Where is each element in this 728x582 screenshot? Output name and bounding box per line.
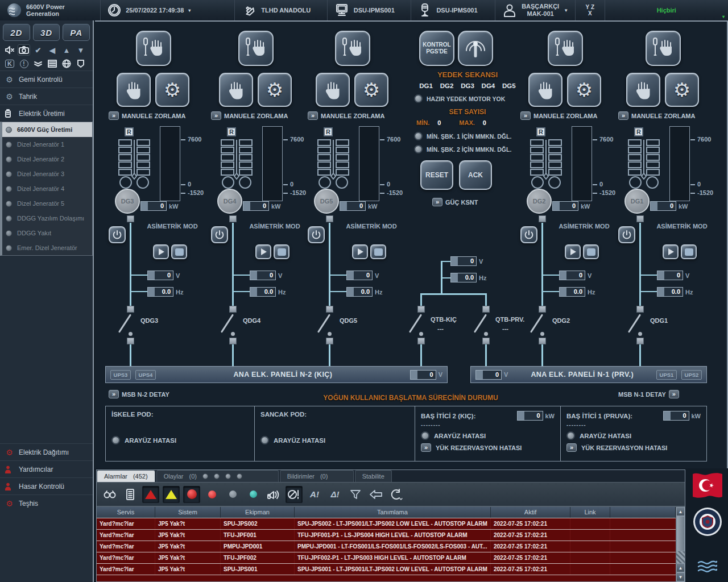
view-3d-button[interactable]: 3D <box>33 24 60 41</box>
tie2-open-breaker-icon[interactable] <box>474 314 487 333</box>
manual-override-link[interactable]: » MANUELE ZORLAMA <box>109 111 185 120</box>
power-button[interactable] <box>308 226 325 243</box>
sidebar-item-elektrik-dagitimi[interactable]: ⚙ Elektrik Dağıtımı <box>0 443 93 460</box>
auto-mode-button[interactable]: ⚙ <box>567 73 601 107</box>
view-2d-button[interactable]: 2D <box>3 24 30 41</box>
user-caret-icon[interactable]: ▼ <box>564 8 568 13</box>
alarm-row[interactable]: Yard?mc?larJP5 Yak?t PMPU-JPD001PMPU-JPD… <box>97 541 676 552</box>
sidebar-item-elektrik-uretimi[interactable]: Elektrik Üretimi <box>0 105 93 122</box>
warning-alarm-filter-icon[interactable] <box>163 486 180 503</box>
alarm-row[interactable]: Yard?mc?larJP5 Yak?t TFU-JPF002TFU-JPF00… <box>97 552 676 563</box>
auto-mode-button[interactable]: ⚙ <box>354 73 388 107</box>
power-button[interactable] <box>109 226 126 243</box>
k-badge-icon[interactable]: K <box>3 58 16 69</box>
tie1-open-breaker-icon[interactable] <box>409 314 422 333</box>
manual-mode-button[interactable] <box>316 73 350 107</box>
generator-status-circle[interactable]: DG5 <box>314 189 339 214</box>
manual-override-link[interactable]: » MANUELE ZORLAMA <box>618 111 695 120</box>
info-icon[interactable]: ! <box>18 58 30 69</box>
manual-maintenance-button[interactable] <box>136 31 171 66</box>
manual-maintenance-button[interactable] <box>335 31 370 66</box>
remote-badge[interactable]: R <box>634 127 643 136</box>
generator-status-circle[interactable]: DG2 <box>527 189 552 214</box>
tab-stabilite[interactable]: Stabilite <box>355 470 392 482</box>
view-pa-button[interactable]: PA <box>63 24 90 41</box>
alarm-row[interactable]: Yard?mc?larJP5 Yak?t SPU-JPS002SPU-JPS00… <box>97 518 676 529</box>
datetime-segment[interactable]: 25/07/2022 17:49:38 ▾ <box>101 0 235 20</box>
open-breaker-icon[interactable] <box>628 314 641 333</box>
mode-stop-button[interactable] <box>171 244 187 259</box>
ups2-button[interactable]: UPS2 <box>681 370 702 380</box>
manual-override-link[interactable]: » MANUELE ZORLAMA <box>211 111 288 120</box>
find-icon[interactable] <box>101 486 118 503</box>
open-breaker-icon[interactable] <box>317 314 330 333</box>
ups4-button[interactable]: UPS4 <box>135 370 156 380</box>
ups3-button[interactable]: UPS3 <box>110 370 131 380</box>
manual-override-link[interactable]: » MANUELE ZORLAMA <box>520 111 597 120</box>
sidebar-item-teshis[interactable]: ⚙ Teşhis <box>0 494 93 512</box>
mode-start-button[interactable] <box>352 244 368 259</box>
alarm-scrollbar[interactable]: ▲ ▲ ▼ <box>676 507 685 581</box>
down-icon[interactable]: ▼ <box>75 44 87 56</box>
up-icon[interactable]: ▲ <box>60 44 73 56</box>
bow-thruster1-load-reservation-link[interactable]: »YÜK REZERVASYON HATASI <box>566 443 701 452</box>
critical-alarm-filter-icon[interactable] <box>142 486 159 503</box>
previous-page-icon[interactable] <box>367 486 384 503</box>
manual-maintenance-button[interactable] <box>548 31 583 66</box>
alarm-row[interactable]: Yard?mc?larJP5 Yak?t TFU-JPF001TFU-JPF00… <box>97 529 676 541</box>
sidebar-subitem[interactable]: Dizel Jeneratör 1 <box>2 137 92 152</box>
auto-mode-button[interactable]: ⚙ <box>258 73 292 107</box>
refresh-icon[interactable] <box>388 486 405 503</box>
manual-maintenance-button[interactable] <box>646 31 681 66</box>
ack-button[interactable]: ACK <box>459 160 492 190</box>
alarm-led-icon[interactable] <box>204 486 221 503</box>
sidebar-subitem[interactable]: Dizel Jeneratör 4 <box>2 181 92 196</box>
auto-mode-button[interactable]: ⚙ <box>155 73 189 107</box>
sidebar-item-tahrik[interactable]: ⚙ Tahrik <box>0 88 93 105</box>
confirm-icon[interactable]: ✔ <box>32 44 44 56</box>
remote-badge[interactable]: R <box>536 127 545 136</box>
critical-led-icon[interactable] <box>183 486 200 503</box>
scroll-up2-icon[interactable]: ▲ <box>676 563 685 572</box>
sidebar-item-yardimcilar[interactable]: Yardımcılar <box>0 460 93 477</box>
generator-status-circle[interactable]: DG1 <box>624 189 650 214</box>
manual-override-link[interactable]: » MANUELE ZORLAMA <box>308 111 384 120</box>
coordinate-segment[interactable]: Y ZX <box>576 0 605 20</box>
generator-status-circle[interactable]: DG3 <box>115 189 140 214</box>
sidebar-subitem[interactable]: Dizel Jeneratör 5 <box>2 196 92 211</box>
tab-olaylar[interactable]: Olaylar(0) <box>156 470 279 482</box>
globe-icon[interactable] <box>60 58 73 69</box>
sidebar-item-gemi-kontrolu[interactable]: ⚙ Gemi Kontrolü <box>0 70 93 88</box>
generator-status-circle[interactable]: DG4 <box>217 189 242 214</box>
manual-mode-button[interactable] <box>117 73 151 107</box>
power-button[interactable] <box>520 226 537 243</box>
sidebar-subitem[interactable]: Dizel Jeneratör 3 <box>2 167 92 181</box>
mode-stop-button[interactable] <box>681 244 697 259</box>
power-limit-link[interactable]: » GÜÇ KSNT <box>432 198 478 206</box>
snapshot-icon[interactable] <box>18 44 30 56</box>
log-icon[interactable] <box>122 486 139 503</box>
filter-icon[interactable] <box>347 486 364 503</box>
open-breaker-icon[interactable] <box>530 314 543 333</box>
mode-stop-button[interactable] <box>370 244 386 259</box>
msb-n1-detail-link[interactable]: MSB N-1 DETAY » <box>618 390 679 398</box>
mode-start-button[interactable] <box>565 244 581 259</box>
sidebar-subitem[interactable]: Emer. Dizel Jeneratör <box>2 240 92 255</box>
sidebar-item-hasar-kontrolu[interactable]: Hasar Kontrolü <box>0 477 93 494</box>
sidebar-subitem[interactable]: Dizel Jeneratör 2 <box>2 152 92 167</box>
suppress-alarm-icon[interactable] <box>286 486 303 503</box>
sidebar-subitem[interactable]: 6600V Güç Üretimi <box>2 122 92 137</box>
bow-thruster2-load-reservation-link[interactable]: »YÜK REZERVASYON HATASI <box>421 443 555 452</box>
manual-mode-button[interactable] <box>219 73 253 107</box>
scroll-down-icon[interactable]: ▼ <box>676 572 685 581</box>
manual-maintenance-button[interactable] <box>238 31 274 66</box>
back-icon[interactable]: ◀ <box>46 44 59 56</box>
open-breaker-icon[interactable] <box>221 314 234 333</box>
normal-led-icon[interactable] <box>245 486 262 503</box>
open-breaker-icon[interactable] <box>118 314 131 333</box>
tab-bildirimler[interactable]: Bildirimler(0) <box>280 470 354 482</box>
mode-stop-button[interactable] <box>274 244 289 259</box>
remote-badge[interactable]: R <box>227 127 236 136</box>
badge-icon[interactable] <box>75 58 87 69</box>
list-icon[interactable] <box>46 58 59 69</box>
